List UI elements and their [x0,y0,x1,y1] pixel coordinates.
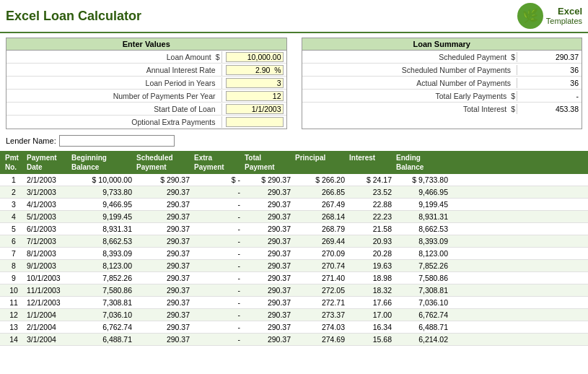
td-cell: 6 [3,236,25,246]
ls-dollar-0: $ [509,52,517,62]
td-cell: 290.37 [242,224,293,234]
td-cell: 12 [3,310,25,320]
td-cell: 290.37 [242,248,293,258]
td-cell: - [192,310,242,320]
td-cell: 9,466.95 [69,199,134,209]
td-cell: 290.37 [134,199,192,209]
ev-value-4 [221,103,286,115]
td-cell: - [192,322,242,332]
ev-row-2: Loan Period in Years [6,77,286,90]
lender-row: Lender Name: [0,132,588,149]
ev-label-3: Number of Payments Per Year [6,91,219,101]
td-cell: 12/1/2003 [25,297,69,308]
td-cell: 6,762.74 [69,322,134,332]
ev-row-4: Start Date of Loan [6,103,286,116]
ls-row-2: Actual Number of Payments 36 [302,77,582,90]
extra-payments-input[interactable] [226,117,284,127]
td-cell: 2/1/2003 [25,175,69,185]
td-cell: 8,662.53 [394,224,450,234]
logo-icon: 🌿 [517,3,543,29]
ls-label-0: Scheduled Payment [302,52,510,62]
ls-row-0: Scheduled Payment $ 290.37 [302,51,582,64]
th-cell-2: BeginningBalance [69,152,134,173]
td-cell: 290.37 [242,273,293,283]
loan-amount-input[interactable] [226,52,284,62]
td-cell: 290.37 [242,261,293,271]
td-cell: 7,580.86 [69,285,134,295]
ev-label-0: Loan Amount [6,52,214,62]
td-cell: 6/1/2003 [25,224,69,234]
td-cell: $ 290.37 [242,175,293,185]
table-row: 910/1/20037,852.26290.37-290.37271.4018.… [0,272,588,284]
start-date-input[interactable] [226,104,284,114]
td-cell: 18.98 [347,273,394,283]
app-title: Excel Loan Calculator [6,9,141,24]
lender-name-input[interactable] [59,135,175,147]
td-cell: $ 10,000.00 [69,175,134,185]
td-cell: 23.52 [347,187,394,197]
td-cell: $ - [192,175,242,185]
td-cell: 274.03 [293,322,347,332]
td-cell: 20.28 [347,248,394,258]
td-cell: 20.93 [347,236,394,246]
interest-rate-input[interactable] [226,65,284,75]
table-row: 45/1/20039,199.45290.37-290.37268.1422.2… [0,211,588,223]
td-cell: 272.05 [293,285,347,295]
td-cell: 15.68 [347,334,394,344]
td-cell: 9 [3,273,25,283]
ev-row-1: Annual Interest Rate [6,64,286,77]
td-cell: 290.37 [242,199,293,209]
td-cell: - [192,187,242,197]
table-row: 143/1/20046,488.71290.37-290.37274.6915.… [0,334,588,346]
th-cell-5: TotalPayment [242,152,293,173]
loan-period-input[interactable] [226,78,284,88]
enter-values-heading: Enter Values [6,38,286,51]
td-cell: 22.23 [347,212,394,222]
td-cell: 8 [3,261,25,271]
table-row: 78/1/20038,393.09290.37-290.37270.0920.2… [0,248,588,260]
td-cell: 8,393.09 [394,236,450,246]
ls-row-1: Scheduled Number of Payments 36 [302,64,582,77]
ev-row-3: Number of Payments Per Year [6,90,286,103]
td-cell: 18.32 [347,285,394,295]
td-cell: 273.37 [293,310,347,320]
td-cell: 290.37 [134,310,192,320]
payments-per-year-input[interactable] [226,91,284,101]
input-section: Enter Values Loan Amount $ Annual Intere… [0,33,588,132]
td-cell: 9,199.45 [69,212,134,222]
ls-label-4: Total Interest [302,104,510,114]
td-cell: 5/1/2003 [25,212,69,222]
table-row: 89/1/20038,123.00290.37-290.37270.7419.6… [0,260,588,272]
table-row: 132/1/20046,762.74290.37-290.37274.0316.… [0,321,588,334]
ev-row-0: Loan Amount $ [6,51,286,64]
ls-value-0: 290.37 [517,52,582,62]
ev-row-5: Optional Extra Payments [6,116,286,129]
td-cell: 8,931.31 [69,224,134,234]
td-cell: 290.37 [134,212,192,222]
table-row: 56/1/20038,931.31290.37-290.37268.7921.5… [0,223,588,235]
th-cell-6: Principal [293,152,347,173]
app-container: Excel Loan Calculator 🌿 Excel Templates … [0,0,588,346]
td-cell: 290.37 [242,212,293,222]
td-cell: 7 [3,248,25,258]
td-cell: 7,852.26 [394,261,450,271]
td-cell: 290.37 [134,297,192,308]
td-cell: 13 [3,322,25,332]
td-cell: 290.37 [134,273,192,283]
td-cell: 8,123.00 [394,248,450,258]
ls-value-3: - [517,91,582,101]
th-cell-8: EndingBalance [394,152,450,173]
ev-value-1 [221,64,286,76]
td-cell: 11/1/2003 [25,285,69,295]
td-cell: - [192,212,242,222]
table-row: 12/1/2003$ 10,000.00$ 290.37$ -$ 290.37$… [0,174,588,186]
td-cell: 268.79 [293,224,347,234]
td-cell: 290.37 [134,236,192,246]
td-cell: 9,733.80 [69,187,134,197]
td-cell: 7,308.81 [69,297,134,308]
enter-values-box: Enter Values Loan Amount $ Annual Intere… [6,38,287,129]
td-cell: $ 290.37 [134,175,192,185]
table-row: 1112/1/20037,308.81290.37-290.37272.7117… [0,297,588,309]
table-row: 34/1/20039,466.95290.37-290.37267.4922.8… [0,199,588,211]
td-cell: 3/1/2003 [25,187,69,197]
